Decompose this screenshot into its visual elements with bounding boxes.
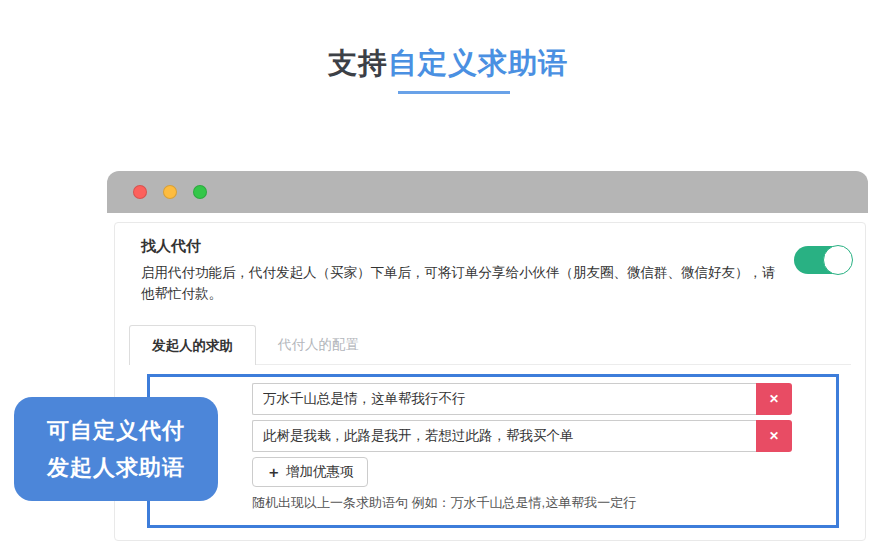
phrase-input-1[interactable] bbox=[252, 383, 756, 415]
tab-payer-config[interactable]: 代付人的配置 bbox=[256, 325, 381, 364]
callout-annotation: 可自定义代付 发起人求助语 bbox=[14, 397, 218, 501]
section-description: 启用代付功能后，代付发起人（买家）下单后，可将订单分享给小伙伴（朋友圈、微信群、… bbox=[141, 262, 781, 304]
feature-toggle[interactable] bbox=[794, 246, 852, 274]
zoom-window-icon[interactable] bbox=[193, 185, 207, 199]
callout-line-2: 发起人求助语 bbox=[47, 449, 185, 486]
page-title: 支持自定义求助语 bbox=[0, 44, 896, 84]
remove-phrase-button-2[interactable]: ✕ bbox=[756, 420, 792, 452]
close-icon: ✕ bbox=[769, 392, 779, 406]
remove-phrase-button-1[interactable]: ✕ bbox=[756, 383, 792, 415]
tab-bar: 发起人的求助 代付人的配置 bbox=[129, 325, 851, 365]
phrase-row: ✕ bbox=[252, 420, 792, 452]
title-underline bbox=[398, 91, 510, 94]
section-heading: 找人代付 bbox=[141, 237, 201, 256]
close-icon: ✕ bbox=[769, 429, 779, 443]
settings-panel: 找人代付 启用代付功能后，代付发起人（买家）下单后，可将订单分享给小伙伴（朋友圈… bbox=[114, 222, 866, 541]
phrase-row: ✕ bbox=[252, 383, 792, 415]
window-controls bbox=[133, 185, 207, 199]
close-window-icon[interactable] bbox=[133, 185, 147, 199]
callout-line-1: 可自定义代付 bbox=[47, 412, 185, 449]
phrase-input-2[interactable] bbox=[252, 420, 756, 452]
toggle-knob bbox=[823, 245, 853, 275]
page-title-highlight: 自定义求助语 bbox=[388, 47, 568, 79]
minimize-window-icon[interactable] bbox=[163, 185, 177, 199]
page-title-prefix: 支持 bbox=[328, 47, 388, 79]
tab-initiator-help[interactable]: 发起人的求助 bbox=[129, 325, 256, 365]
random-phrase-hint: 随机出现以上一条求助语句 例如：万水千山总是情,这单帮我一定行 bbox=[252, 494, 636, 512]
add-option-label: 增加优惠项 bbox=[286, 463, 354, 481]
plus-icon: ＋ bbox=[266, 463, 281, 482]
browser-window-titlebar bbox=[107, 171, 868, 213]
add-option-button[interactable]: ＋增加优惠项 bbox=[252, 457, 368, 487]
